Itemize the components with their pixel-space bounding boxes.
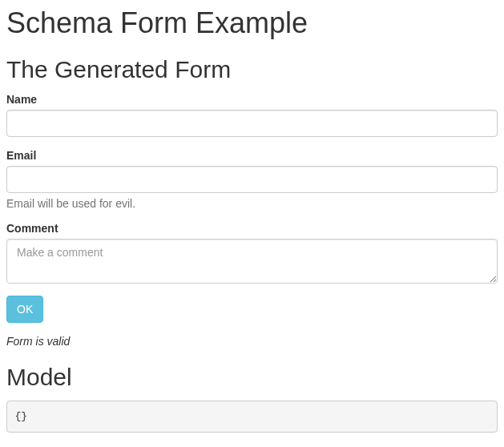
email-label: Email — [6, 149, 36, 162]
model-heading: Model — [6, 364, 498, 391]
form-heading: The Generated Form — [6, 56, 498, 83]
form-validity-text: Form is valid — [6, 335, 498, 348]
name-input[interactable] — [6, 110, 498, 137]
ok-button[interactable]: OK — [6, 296, 43, 323]
model-output: {} — [6, 401, 498, 433]
email-input[interactable] — [6, 166, 498, 193]
name-label: Name — [6, 93, 37, 106]
email-help-text: Email will be used for evil. — [6, 197, 498, 210]
page-title: Schema Form Example — [6, 6, 498, 40]
comment-label: Comment — [6, 222, 58, 235]
comment-textarea[interactable] — [6, 239, 498, 284]
